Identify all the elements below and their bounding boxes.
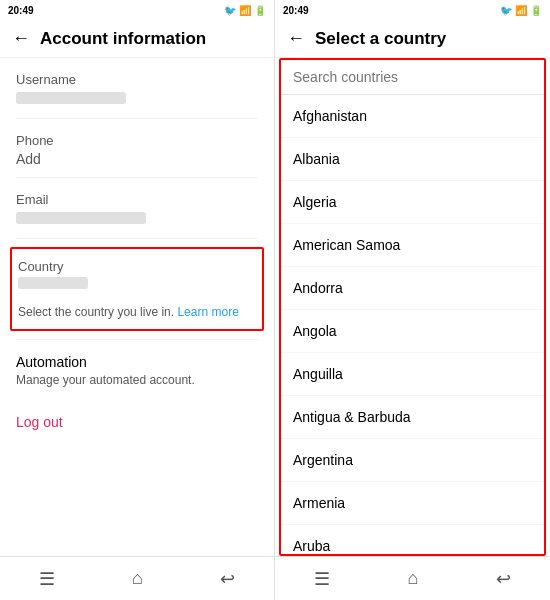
- logout-button[interactable]: Log out: [16, 414, 63, 430]
- learn-more-link[interactable]: Learn more: [177, 305, 238, 319]
- list-item[interactable]: Afghanistan: [281, 95, 544, 138]
- phone-section: Phone Add: [16, 119, 258, 178]
- right-twitter-icon: 🐦: [500, 5, 512, 16]
- list-item[interactable]: Aruba: [281, 525, 544, 556]
- logout-section: Log out: [16, 397, 258, 447]
- list-item[interactable]: Armenia: [281, 482, 544, 525]
- twitter-icon: 🐦: [224, 5, 236, 16]
- right-status-bar: 20:49 🐦 📶 🔋: [275, 0, 550, 20]
- phone-label: Phone: [16, 133, 258, 148]
- left-time: 20:49: [8, 5, 34, 16]
- username-value: [16, 92, 126, 104]
- country-list-container[interactable]: AfghanistanAlbaniaAlgeriaAmerican SamoaA…: [279, 58, 546, 556]
- left-home-icon[interactable]: ⌂: [132, 568, 143, 589]
- search-box[interactable]: [281, 60, 544, 95]
- left-status-bar: 20:49 🐦 📶 🔋: [0, 0, 274, 20]
- country-value: [18, 277, 88, 289]
- country-section[interactable]: Country Select the country you live in. …: [10, 247, 264, 331]
- list-item[interactable]: Albania: [281, 138, 544, 181]
- left-content: Username Phone Add Email Country Select …: [0, 58, 274, 556]
- country-description: Select the country you live in. Learn mo…: [18, 305, 256, 319]
- left-back-button[interactable]: ←: [12, 28, 30, 49]
- email-label: Email: [16, 192, 258, 207]
- phone-value[interactable]: Add: [16, 151, 258, 167]
- left-page-title: Account information: [40, 29, 206, 49]
- right-nav-bar: ☰ ⌂ ↩: [275, 556, 550, 600]
- right-page-title: Select a country: [315, 29, 446, 49]
- left-menu-icon[interactable]: ☰: [39, 568, 55, 590]
- left-panel: 20:49 🐦 📶 🔋 ← Account information Userna…: [0, 0, 275, 600]
- automation-description: Manage your automated account.: [16, 373, 258, 387]
- automation-section: Automation Manage your automated account…: [16, 339, 258, 397]
- right-signal-icon: 📶: [515, 5, 527, 16]
- right-panel: 20:49 🐦 📶 🔋 ← Select a country Afghanist…: [275, 0, 550, 600]
- list-item[interactable]: Algeria: [281, 181, 544, 224]
- signal-icon: 📶: [239, 5, 251, 16]
- left-status-icons: 🐦 📶 🔋: [224, 5, 266, 16]
- battery-icon: 🔋: [254, 5, 266, 16]
- right-header: ← Select a country: [275, 20, 550, 58]
- right-menu-icon[interactable]: ☰: [314, 568, 330, 590]
- email-value: [16, 212, 146, 224]
- list-item[interactable]: Angola: [281, 310, 544, 353]
- right-back-button[interactable]: ←: [287, 28, 305, 49]
- list-item[interactable]: Argentina: [281, 439, 544, 482]
- right-back-nav-icon[interactable]: ↩: [496, 568, 511, 590]
- list-item[interactable]: American Samoa: [281, 224, 544, 267]
- list-item[interactable]: Anguilla: [281, 353, 544, 396]
- username-section: Username: [16, 58, 258, 119]
- left-header: ← Account information: [0, 20, 274, 58]
- username-label: Username: [16, 72, 258, 87]
- country-list: AfghanistanAlbaniaAlgeriaAmerican SamoaA…: [281, 95, 544, 556]
- left-back-nav-icon[interactable]: ↩: [220, 568, 235, 590]
- list-item[interactable]: Andorra: [281, 267, 544, 310]
- automation-label: Automation: [16, 354, 258, 370]
- right-home-icon[interactable]: ⌂: [408, 568, 419, 589]
- country-label: Country: [18, 259, 256, 274]
- right-battery-icon: 🔋: [530, 5, 542, 16]
- email-section: Email: [16, 178, 258, 239]
- right-status-icons: 🐦 📶 🔋: [500, 5, 542, 16]
- left-nav-bar: ☰ ⌂ ↩: [0, 556, 274, 600]
- right-time: 20:49: [283, 5, 309, 16]
- search-input[interactable]: [293, 69, 532, 85]
- list-item[interactable]: Antigua & Barbuda: [281, 396, 544, 439]
